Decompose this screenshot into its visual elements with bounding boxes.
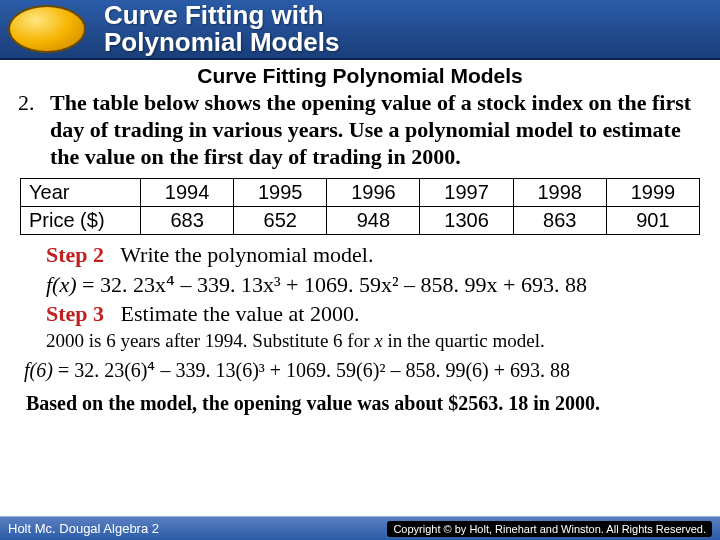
logo-oval — [8, 5, 86, 53]
eq-body: = 32. 23x⁴ – 339. 13x³ + 1069. 59x² – 85… — [77, 272, 587, 297]
cell-year: 1994 — [141, 179, 234, 207]
header-title-line2: Polynomial Models — [104, 29, 340, 56]
footer-left: Holt Mc. Dougal Algebra 2 — [8, 521, 159, 536]
cell-year: 1999 — [606, 179, 699, 207]
step-3: Step 3 Estimate the value at 2000. — [46, 300, 702, 328]
table-row: Year 1994 1995 1996 1997 1998 1999 — [21, 179, 700, 207]
step-3-text: Estimate the value at 2000. — [110, 301, 360, 326]
example-subtitle: Curve Fitting Polynomial Models — [18, 64, 702, 88]
problem-statement: 2. The table below shows the opening val… — [18, 90, 702, 170]
step-3-note: 2000 is 6 years after 1994. Substitute 6… — [46, 330, 702, 352]
cell-year: 1996 — [327, 179, 420, 207]
data-table: Year 1994 1995 1996 1997 1998 1999 Price… — [20, 178, 700, 235]
cell-year: 1997 — [420, 179, 513, 207]
cell-year: 1998 — [513, 179, 606, 207]
cell-price: 948 — [327, 207, 420, 235]
footer-bar: Holt Mc. Dougal Algebra 2 Copyright © by… — [0, 516, 720, 540]
step-2-text: Write the polynomial model. — [110, 242, 374, 267]
header-bar: Curve Fitting with Polynomial Models — [0, 0, 720, 60]
step-2-equation: f(x) = 32. 23x⁴ – 339. 13x³ + 1069. 59x²… — [46, 271, 702, 299]
row-label-year: Year — [21, 179, 141, 207]
cell-year: 1995 — [234, 179, 327, 207]
table-row: Price ($) 683 652 948 1306 863 901 — [21, 207, 700, 235]
step-2-label: Step 2 — [46, 242, 104, 267]
copyright-badge: Copyright © by Holt, Rinehart and Winsto… — [387, 521, 712, 537]
cell-price: 1306 — [420, 207, 513, 235]
content-area: Curve Fitting Polynomial Models 2. The t… — [0, 60, 720, 415]
eq-body-2: = 32. 23(6)⁴ – 339. 13(6)³ + 1069. 59(6)… — [53, 359, 570, 381]
problem-text: The table below shows the opening value … — [50, 90, 702, 170]
cell-price: 901 — [606, 207, 699, 235]
cell-price: 652 — [234, 207, 327, 235]
step-3-label: Step 3 — [46, 301, 104, 326]
problem-number: 2. — [18, 90, 50, 170]
header-title-line1: Curve Fitting with — [104, 2, 340, 29]
row-label-price: Price ($) — [21, 207, 141, 235]
eq-fx: f(x) — [46, 272, 77, 297]
header-title: Curve Fitting with Polynomial Models — [104, 2, 340, 57]
step-3-equation: f(6) = 32. 23(6)⁴ – 339. 13(6)³ + 1069. … — [24, 358, 702, 382]
conclusion: Based on the model, the opening value wa… — [26, 392, 702, 415]
step-2: Step 2 Write the polynomial model. — [46, 241, 702, 269]
cell-price: 863 — [513, 207, 606, 235]
cell-price: 683 — [141, 207, 234, 235]
eq-f6: f(6) — [24, 359, 53, 381]
